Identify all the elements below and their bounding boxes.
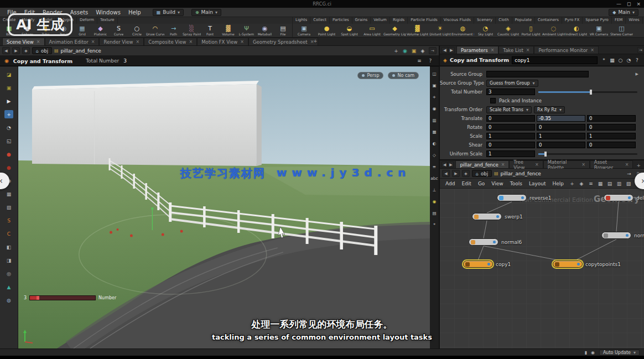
spline-state-icon[interactable]: S (4, 216, 13, 225)
tool-font[interactable]: T Font (201, 25, 219, 36)
close-tab-icon[interactable]: × (590, 48, 594, 53)
network-menu-item[interactable]: Go (475, 181, 488, 186)
close-tab-icon[interactable]: × (240, 39, 244, 44)
close-tab-icon[interactable]: × (625, 162, 629, 167)
display-options-icon[interactable]: * (433, 223, 435, 227)
shear-y-field[interactable] (537, 142, 585, 148)
snap-point-icon[interactable]: ▧ (4, 203, 13, 211)
source-group-field[interactable] (486, 71, 589, 77)
pane-tab[interactable]: Take List × (498, 46, 534, 54)
rotate-z-field[interactable] (587, 124, 636, 131)
list-icon[interactable]: ≡ (416, 58, 423, 64)
slider-handle[interactable] (37, 296, 39, 300)
network-menu-item[interactable]: Add (442, 181, 458, 186)
pane-tab[interactable]: Motion FX View × (197, 38, 248, 45)
jump-icon[interactable]: → (625, 171, 633, 176)
pane-tab[interactable]: Tree View × (509, 160, 543, 168)
uniform-scale-slider[interactable] (538, 153, 637, 155)
shelf-tab[interactable]: Deform (77, 17, 97, 24)
total-number-slider[interactable] (538, 91, 637, 93)
mirror-tool-icon[interactable]: ◧ (4, 243, 13, 251)
tool-lsystem[interactable]: Ψ L-System (237, 25, 256, 36)
shelf-tab[interactable]: Viscous Fluids (441, 17, 474, 24)
forward-arrow-icon[interactable] (12, 47, 20, 54)
tool-spot-light[interactable]: ◒ Spot Light (338, 25, 361, 36)
reverse1[interactable]: reverse1 (497, 194, 552, 201)
tool-stereo-camera[interactable]: ◫ Stereo Camera (610, 25, 633, 36)
camera-lock-icon[interactable]: ▣ (432, 84, 436, 88)
network-menu-item[interactable]: Edit (458, 181, 474, 186)
slider-handle[interactable] (590, 90, 592, 95)
add-tab-button[interactable]: + (633, 163, 644, 168)
shelf-tab[interactable]: Collect (310, 17, 330, 24)
select-tool-icon[interactable]: ▶ (4, 97, 13, 105)
close-tab-icon[interactable]: × (491, 48, 495, 53)
desktop-selector[interactable]: ▦ Build (153, 9, 184, 16)
layout-b-icon[interactable]: ▥ (615, 181, 623, 186)
tool-curve[interactable]: S Curve (110, 25, 128, 36)
current-node-path[interactable]: pillar_and_fence (61, 48, 101, 54)
sculpt-tool-icon[interactable]: ● (4, 150, 13, 158)
tool-environment-light[interactable]: ◍ Environment Light (451, 25, 474, 36)
close-tab-icon[interactable]: × (189, 39, 193, 44)
copytopoints1[interactable]: copytopoints1 (553, 261, 621, 268)
lighting-icon[interactable]: ◉ (433, 200, 437, 204)
close-tab-icon[interactable]: × (501, 162, 505, 167)
snap-grid-icon[interactable]: ▦ (4, 190, 13, 198)
shelf-tab[interactable]: Grains (352, 17, 371, 24)
menu-item[interactable]: Help (124, 9, 145, 15)
translate-y-field[interactable] (537, 115, 585, 122)
search-icon[interactable]: ○ (617, 58, 624, 63)
tool-camera[interactable]: ▣ Camera (293, 25, 315, 36)
forward-arrow-icon[interactable] (448, 162, 454, 168)
camera-persp-pill[interactable]: Persp (357, 72, 383, 79)
shelf-tab[interactable]: Cloth (496, 17, 512, 24)
help-icon[interactable]: ? (427, 58, 434, 64)
view-layout-icon[interactable]: ◫ (432, 72, 436, 76)
slider-handle[interactable] (544, 152, 547, 157)
pin-network-icon[interactable]: ◈ (578, 181, 585, 186)
shelf-tab[interactable]: Rigids (390, 17, 408, 24)
network-menu-item[interactable]: View (488, 181, 506, 186)
pane-tab[interactable]: Parameters × (456, 46, 498, 54)
delete1[interactable]: delete1 (604, 194, 644, 201)
normal6[interactable]: normal6 (469, 238, 522, 246)
network-menu-item[interactable]: Tools (507, 181, 526, 186)
shelf-tab[interactable]: Vellum (371, 17, 390, 24)
tool-portal-light[interactable]: ▯ Portal Light (520, 25, 542, 36)
background-icon[interactable]: ▤ (432, 211, 436, 216)
slider-track[interactable] (29, 295, 96, 300)
display-flag[interactable] (493, 241, 496, 243)
shade-mode-icon[interactable]: ◐ (433, 142, 437, 146)
display-points-icon[interactable]: ≡ (433, 165, 436, 169)
back-arrow-icon[interactable] (442, 162, 448, 168)
pane-tab[interactable]: Geometry Spreadsheet × (248, 38, 318, 45)
shear-z-field[interactable] (587, 142, 636, 148)
rotate-order-select[interactable]: Rx Ry Rz (534, 106, 565, 113)
shelf-tab[interactable]: Particles (330, 17, 352, 24)
pane-tab[interactable]: Material Palette × (543, 160, 590, 168)
shelf-tab[interactable]: Containers (535, 17, 562, 24)
display-normals-icon[interactable]: ⊥ (433, 188, 437, 192)
crosshair-icon[interactable]: + (433, 95, 436, 100)
close-tab-icon[interactable]: × (37, 39, 40, 44)
rotate-tool-icon[interactable]: ◔ (4, 123, 13, 132)
snapshot-view-icon[interactable]: ◉ (433, 107, 437, 111)
pin-icon[interactable] (462, 170, 470, 177)
tool-file[interactable]: ▤ File (274, 25, 292, 36)
grid-view-icon[interactable]: ▦ (596, 181, 604, 186)
total-number-field[interactable] (486, 89, 535, 95)
forward-arrow-icon[interactable] (452, 170, 460, 177)
tool-metaball[interactable]: ◉ Metaball (256, 25, 274, 36)
tool-volume[interactable]: ▓ Volume (219, 25, 237, 36)
gear-icon[interactable]: * (600, 58, 607, 63)
menu-item[interactable]: Windows (92, 9, 124, 15)
pane-tab[interactable]: Render View × (99, 38, 144, 45)
network-menu-item[interactable]: Layout (526, 181, 549, 186)
back-arrow-icon[interactable] (442, 47, 448, 53)
pane-tab[interactable]: Animation Editor × (45, 38, 100, 45)
shelf-tab[interactable]: Particle Fluids (408, 17, 441, 24)
layout-a-icon[interactable]: ▤ (606, 181, 614, 186)
shelf-tab[interactable]: Wires (626, 17, 642, 24)
network-menu-item[interactable]: Help (549, 181, 568, 186)
